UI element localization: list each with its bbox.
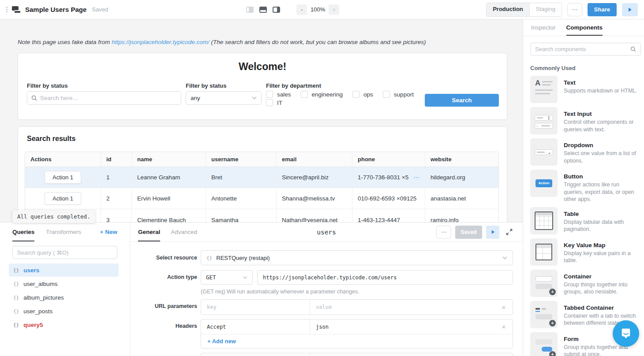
query-more-button[interactable]: ⋯ xyxy=(436,226,451,239)
partial-key-input[interactable] xyxy=(201,353,310,356)
chat-launcher-button[interactable] xyxy=(613,320,639,347)
param-key-input[interactable] xyxy=(201,300,310,315)
query-search-field[interactable] xyxy=(17,249,112,256)
checkbox-it[interactable]: IT xyxy=(266,99,416,106)
tab-transformers[interactable]: Transformers xyxy=(46,222,81,241)
search-icon xyxy=(630,46,636,52)
query-search-input[interactable] xyxy=(12,246,117,259)
query-item-album-pictures[interactable]: {}album_pictures xyxy=(9,291,119,304)
actions-cell: Action 1 xyxy=(25,167,101,188)
component-description: Control other components or queries with… xyxy=(564,119,640,133)
share-button[interactable]: Share xyxy=(588,3,617,16)
col-actions[interactable]: Actions xyxy=(25,152,101,167)
query-item-users[interactable]: {}users xyxy=(9,263,119,277)
action-type-dropdown[interactable]: GET xyxy=(201,270,253,285)
component-text[interactable]: A TextSupports markdown or HTML. xyxy=(530,76,640,103)
remove-param-button[interactable]: × xyxy=(495,300,513,315)
remove-header-button[interactable]: × xyxy=(495,319,513,334)
url-field[interactable] xyxy=(258,274,513,281)
component-table[interactable]: TableDisplay tabular data with paginatio… xyxy=(530,207,640,234)
resource-dropdown[interactable]: {} RESTQuery (restapi) xyxy=(201,250,513,265)
env-staging-button[interactable]: Staging xyxy=(529,3,562,16)
note-prefix: Note this page uses fake data from xyxy=(18,39,112,45)
search-filter-label: Filter by status xyxy=(27,82,67,89)
tab-inspector[interactable]: Inspector xyxy=(531,19,556,36)
button-component-icon: Action xyxy=(530,170,558,197)
status-dropdown-value: any xyxy=(191,95,200,101)
col-website[interactable]: website xyxy=(425,152,499,167)
right-panel-toggle-icon[interactable] xyxy=(273,7,280,13)
app-logo-icon xyxy=(12,6,20,13)
param-value-input[interactable] xyxy=(310,300,495,315)
checkbox-icon xyxy=(383,91,390,98)
header-value-input[interactable] xyxy=(310,319,495,334)
email-cell: Shanna@melissa.tv xyxy=(277,188,352,209)
env-production-button[interactable]: Production xyxy=(487,3,529,16)
query-saved-button[interactable]: Saved xyxy=(455,226,482,239)
col-name[interactable]: name xyxy=(132,152,206,167)
request-url-input[interactable] xyxy=(257,270,513,285)
preview-play-button[interactable] xyxy=(622,3,638,16)
component-name: Tabbed Container xyxy=(564,304,640,311)
query-pane-tabs: Queries Transformers + New xyxy=(0,222,130,241)
action-1-button[interactable]: Action 1 xyxy=(45,171,81,184)
component-text-input[interactable]: I ⌕ Text InputControl other components o… xyxy=(530,107,640,134)
partial-value-input[interactable] xyxy=(310,353,495,356)
checkbox-sales[interactable]: sales xyxy=(266,91,291,98)
component-button[interactable]: Action ButtonTrigger actions like run qu… xyxy=(530,170,640,203)
component-search-field[interactable] xyxy=(535,46,627,52)
drag-handle-icon[interactable] xyxy=(6,7,7,12)
checkbox-support[interactable]: support xyxy=(383,91,414,98)
checkbox-engineering[interactable]: engineering xyxy=(301,91,343,98)
tab-components[interactable]: Components xyxy=(566,19,603,36)
form-component-icon: + xyxy=(530,332,558,356)
component-dropdown[interactable]: ⌄ DropdownSelect one value from a list o… xyxy=(530,138,640,166)
col-id[interactable]: id xyxy=(101,152,132,167)
component-description: Display tabular data with pagination. xyxy=(564,219,640,233)
checkbox-ops[interactable]: ops xyxy=(352,91,373,98)
braces-icon: {} xyxy=(206,255,212,261)
component-search-input[interactable] xyxy=(530,43,641,56)
component-container[interactable]: + ContainerGroup things together into gr… xyxy=(530,270,640,297)
expand-editor-button[interactable] xyxy=(503,226,515,238)
new-query-button[interactable]: + New xyxy=(100,229,117,235)
component-name: Button xyxy=(564,173,640,180)
component-name: Container xyxy=(564,273,640,280)
tab-advanced[interactable]: Advanced xyxy=(171,222,197,241)
component-name: Key Value Map xyxy=(564,242,640,248)
tab-queries[interactable]: Queries xyxy=(12,222,34,241)
add-new-header-button[interactable]: + Add new xyxy=(207,338,236,345)
search-button[interactable]: Search xyxy=(425,94,499,107)
table-row[interactable]: Action 1 1 Leanne Graham Bret Sincere@ap… xyxy=(25,167,498,188)
action-1-button[interactable]: Action 1 xyxy=(45,192,81,205)
left-panel-toggle-icon[interactable] xyxy=(246,7,254,13)
search-here-field[interactable] xyxy=(40,95,177,101)
table-row[interactable]: Action 1 2 Ervin Howell Antonette Shanna… xyxy=(25,188,498,209)
zoom-out-button[interactable]: - xyxy=(296,4,307,15)
results-heading: Search results xyxy=(27,135,507,143)
status-dropdown[interactable]: any xyxy=(186,91,262,105)
query-name: user_albums xyxy=(23,281,57,287)
col-email[interactable]: email xyxy=(277,152,352,167)
col-username[interactable]: username xyxy=(206,152,277,167)
header-key-input[interactable] xyxy=(201,319,310,334)
checkbox-label: sales xyxy=(277,91,291,98)
query-item-query5[interactable]: {}query5 xyxy=(9,318,119,331)
filter-search-input[interactable] xyxy=(27,91,181,105)
tab-general[interactable]: General xyxy=(138,222,160,241)
component-key-value-map[interactable]: Key Value MapDisplay key value pairs in … xyxy=(530,238,640,266)
component-name: Text Input xyxy=(564,111,640,117)
note-link[interactable]: https://jsonplaceholder.typicode.com/ xyxy=(112,39,210,45)
id-cell: 2 xyxy=(101,188,132,209)
query-item-user-posts[interactable]: {}user_posts xyxy=(9,304,119,318)
run-query-button[interactable] xyxy=(486,226,499,239)
query-item-user-albums[interactable]: {}user_albums xyxy=(9,277,119,290)
col-phone[interactable]: phone xyxy=(352,152,425,167)
bottom-panel-toggle-icon[interactable] xyxy=(259,7,267,13)
checkbox-icon xyxy=(352,91,359,98)
cell-overflow-icon[interactable]: ⋯ xyxy=(413,174,419,181)
braces-icon: {} xyxy=(13,295,19,300)
zoom-in-button[interactable]: + xyxy=(329,4,339,15)
more-options-button[interactable]: ⋯ xyxy=(567,3,582,16)
welcome-panel: Welcome! Filter by status Filter by stat… xyxy=(18,53,507,120)
